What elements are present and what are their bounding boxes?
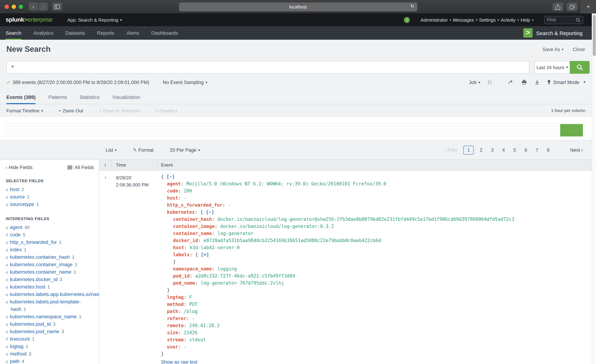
search-mode-menu[interactable]: Smart Mode bbox=[548, 80, 585, 85]
reload-icon[interactable]: ↻ bbox=[410, 4, 414, 9]
json-value[interactable]: /blog bbox=[184, 309, 197, 314]
time-range-picker[interactable]: Last 24 hours bbox=[534, 61, 570, 74]
field-item[interactable]: asourcetype1 bbox=[6, 201, 94, 208]
format-timeline-menu[interactable]: Format Timeline bbox=[6, 108, 43, 113]
json-collapse-toggle[interactable]: [+] bbox=[201, 252, 209, 257]
json-value[interactable]: Mozilla/5.0 (Windows NT 6.2; WOW64; rv:3… bbox=[186, 181, 386, 186]
topnav-menu-item[interactable]: Administrator bbox=[421, 17, 451, 23]
app-nav-tab[interactable]: Analytics bbox=[34, 26, 53, 40]
share-job-button[interactable] bbox=[508, 80, 514, 85]
event-time-cell[interactable]: 8/28/20 2:08:36.000 PM bbox=[112, 171, 158, 364]
json-key[interactable]: remote bbox=[167, 323, 189, 328]
browser-forward-button[interactable]: › bbox=[39, 2, 48, 11]
expand-event-icon[interactable]: › bbox=[104, 174, 106, 180]
field-item[interactable]: #linecount1 bbox=[6, 335, 94, 343]
next-page-button[interactable]: Next bbox=[568, 146, 585, 154]
page-number-link[interactable]: 3 bbox=[489, 146, 496, 154]
json-key[interactable]: namespace_name bbox=[173, 266, 217, 272]
field-item[interactable]: akubernetes.namespace_name1 bbox=[6, 313, 94, 320]
topnav-menu-item[interactable]: Activity bbox=[501, 17, 519, 23]
json-collapse-toggle[interactable]: [-] bbox=[206, 209, 214, 215]
json-key[interactable]: docker_id bbox=[173, 238, 203, 243]
field-item[interactable]: aagent40 bbox=[6, 224, 94, 231]
json-key[interactable]: container_image bbox=[173, 224, 220, 229]
json-key[interactable]: path bbox=[167, 309, 184, 314]
json-value[interactable]: log-generator bbox=[217, 231, 253, 236]
field-item[interactable]: akubernetes.docker_id3 bbox=[6, 276, 94, 283]
json-key[interactable]: method bbox=[167, 302, 189, 307]
field-item[interactable]: alogtag1 bbox=[6, 343, 94, 350]
json-key[interactable]: pod_name bbox=[173, 280, 201, 286]
json-value[interactable]: log-generator-767d795ddc-2vlhj bbox=[201, 280, 284, 286]
field-item[interactable]: akubernetes.pod_name3 bbox=[6, 328, 94, 335]
prev-page-button[interactable]: Prev bbox=[442, 146, 460, 154]
json-key[interactable]: code bbox=[167, 188, 184, 193]
print-button[interactable] bbox=[522, 80, 527, 85]
field-item[interactable]: akubernetes.labels.app.kubernetes.io/nam… bbox=[6, 291, 94, 298]
close-button[interactable]: Close bbox=[573, 47, 585, 52]
zoom-out-button[interactable]: Zoom Out bbox=[59, 108, 83, 113]
json-value[interactable]: stdout bbox=[189, 337, 206, 342]
field-item[interactable]: #code5 bbox=[6, 231, 94, 238]
topnav-menu-item[interactable]: Help bbox=[521, 17, 534, 23]
browser-back-button[interactable]: ‹ bbox=[29, 2, 38, 11]
field-item[interactable]: ahost2 bbox=[6, 186, 94, 193]
result-tab[interactable]: Statistics bbox=[80, 91, 99, 104]
json-value[interactable]: PUT bbox=[189, 302, 197, 307]
topnav-menu-item[interactable]: Messages bbox=[453, 17, 477, 23]
tab-overview-button[interactable] bbox=[566, 2, 578, 11]
field-item[interactable]: akubernetes.labels.pod-template-hash1 bbox=[6, 298, 94, 313]
json-value[interactable]: 23426 bbox=[184, 330, 197, 335]
page-number-link[interactable]: 1 bbox=[463, 146, 474, 154]
json-value[interactable]: docker.io/banzaicloud/log-generator@sha2… bbox=[217, 216, 514, 222]
find-search-box[interactable] bbox=[544, 16, 583, 24]
format-results-button[interactable]: Format bbox=[133, 147, 154, 153]
topnav-menu-item[interactable]: Settings bbox=[479, 17, 499, 23]
json-value[interactable]: - bbox=[184, 344, 186, 349]
app-nav-tab[interactable]: Dashboards bbox=[151, 26, 178, 40]
field-item[interactable]: aindex1 bbox=[6, 246, 94, 253]
app-nav-tab[interactable]: Alerts bbox=[127, 26, 139, 40]
list-view-menu[interactable]: List bbox=[106, 147, 117, 153]
json-value[interactable]: a2d0c332-727f-46dc-a922-c5fb49ff3d84 bbox=[195, 273, 295, 279]
page-number-link[interactable]: 5 bbox=[511, 146, 519, 154]
field-item[interactable]: akubernetes.pod_id3 bbox=[6, 320, 94, 328]
find-input[interactable] bbox=[547, 17, 576, 22]
address-bar[interactable]: localhost ↻ bbox=[179, 2, 417, 11]
zoom-to-selection-button[interactable]: Zoom to Selection bbox=[99, 108, 140, 113]
page-number-link[interactable]: 8 bbox=[544, 146, 552, 154]
json-value[interactable]: F bbox=[189, 295, 192, 300]
field-item[interactable]: akubernetes.container_image1 bbox=[6, 261, 94, 268]
job-menu[interactable]: Job bbox=[469, 80, 480, 85]
page-number-link[interactable]: ... bbox=[556, 146, 564, 154]
close-window-button[interactable] bbox=[5, 4, 9, 9]
json-value[interactable]: 200 bbox=[184, 188, 192, 193]
json-value[interactable]: - bbox=[192, 316, 195, 321]
json-key[interactable]: referer bbox=[167, 316, 192, 321]
json-key[interactable]: kubernetes bbox=[167, 209, 200, 215]
json-key[interactable]: labels bbox=[173, 252, 195, 257]
field-item[interactable]: akubernetes.container_name1 bbox=[6, 268, 94, 276]
timeline-histogram[interactable] bbox=[0, 117, 596, 140]
page-number-link[interactable]: 6 bbox=[522, 146, 530, 154]
scrollbar-thumb[interactable] bbox=[593, 15, 596, 56]
json-value[interactable]: docker.io/banzaicloud/log-generator:0.3.… bbox=[220, 224, 334, 229]
json-key[interactable]: logtag bbox=[167, 295, 189, 300]
result-tab[interactable]: Events (389) bbox=[6, 91, 36, 104]
search-query-input[interactable] bbox=[6, 61, 529, 74]
app-nav-tab[interactable]: Search bbox=[6, 26, 22, 40]
save-as-button[interactable]: Save As bbox=[543, 47, 564, 52]
page-scrollbar[interactable] bbox=[592, 14, 596, 364]
splunk-logo[interactable]: splunk>enterprise bbox=[6, 16, 52, 23]
share-button[interactable] bbox=[552, 2, 563, 11]
json-key[interactable]: http_x_forwarded_for bbox=[167, 202, 228, 208]
page-number-link[interactable]: 7 bbox=[533, 146, 541, 154]
field-item[interactable]: apath4 bbox=[6, 358, 94, 364]
info-icon[interactable]: i bbox=[404, 17, 410, 23]
json-key[interactable]: host bbox=[173, 245, 190, 250]
json-collapse-toggle[interactable]: [-] bbox=[166, 174, 175, 179]
app-nav-tab[interactable]: Datasets bbox=[65, 26, 85, 40]
browser-sidebar-button[interactable] bbox=[52, 2, 62, 11]
event-sampling-menu[interactable]: No Event Sampling bbox=[163, 80, 207, 85]
json-value[interactable]: 249.41.28.2 bbox=[189, 323, 220, 328]
